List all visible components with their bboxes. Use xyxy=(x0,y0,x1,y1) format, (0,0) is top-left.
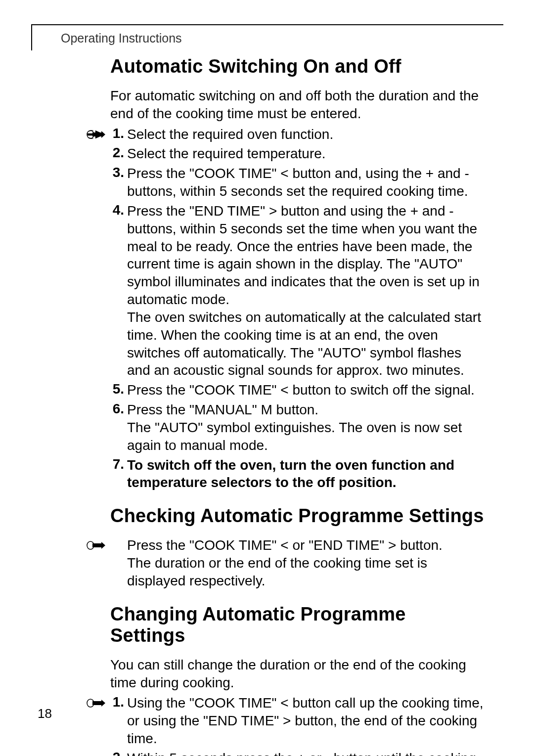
step-body: Within 5 seconds press the + or - button… xyxy=(127,750,484,756)
step-row-4: 4. Press the "END TIME" > button and usi… xyxy=(110,202,484,379)
section-title-auto-on-off: Automatic Switching On and Off xyxy=(110,56,484,77)
section1-intro: For automatic switching on and off both … xyxy=(110,87,484,123)
section3-intro: You can still change the duration or the… xyxy=(110,656,484,692)
step-body: Press the "END TIME" > button and using … xyxy=(127,202,484,379)
step-body: Select the required oven function. xyxy=(127,126,484,143)
section2-row: Press the "COOK TIME" < or "END TIME" > … xyxy=(87,536,484,589)
step-body: Press the "COOK TIME" < button and, usin… xyxy=(127,165,484,200)
step-body: Using the "COOK TIME" < button call up t… xyxy=(127,694,484,747)
step-number: 6. xyxy=(110,401,127,417)
step-number: 1. xyxy=(110,694,127,710)
section3-step-row-1: 1. Using the "COOK TIME" < button call u… xyxy=(87,694,484,747)
step-row-6: 6. Press the "MANUAL" M button. The "AUT… xyxy=(110,401,484,454)
section-title-changing: Changing Automatic Programme Settings xyxy=(110,604,484,646)
hand-pointing-icon xyxy=(87,694,110,710)
step-row-3: 3. Press the "COOK TIME" < button and, u… xyxy=(110,165,484,200)
step-row-5: 5. Press the "COOK TIME" < button to swi… xyxy=(110,381,484,399)
step-body: Press the "COOK TIME" < button to switch… xyxy=(127,381,484,399)
section-title-checking: Checking Automatic Programme Settings xyxy=(110,505,484,527)
step-number: 4. xyxy=(110,202,127,218)
hand-pointing-icon xyxy=(87,126,110,141)
step-row-1: 1. Select the required oven function. xyxy=(87,126,484,143)
step-body: Select the required temperature. xyxy=(127,145,484,163)
step-row-7: 7. To switch off the oven, turn the oven… xyxy=(110,456,484,492)
page-number: 18 xyxy=(38,706,52,721)
step-number: 5. xyxy=(110,381,127,397)
section3-step-row-2: 2. Within 5 seconds press the + or - but… xyxy=(110,750,484,756)
step-number: 1. xyxy=(110,126,127,141)
step-body: Press the "MANUAL" M button. The "AUTO" … xyxy=(127,401,484,454)
step-number: 2. xyxy=(110,750,127,756)
step-number: 2. xyxy=(110,145,127,161)
step-body-bold: To switch off the oven, turn the oven fu… xyxy=(127,456,484,492)
step-number: 3. xyxy=(110,165,127,180)
step-row-2: 2. Select the required temperature. xyxy=(110,145,484,163)
hand-pointing-icon xyxy=(87,536,110,552)
section2-body: Press the "COOK TIME" < or "END TIME" > … xyxy=(127,536,484,589)
step-number: 7. xyxy=(110,456,127,472)
